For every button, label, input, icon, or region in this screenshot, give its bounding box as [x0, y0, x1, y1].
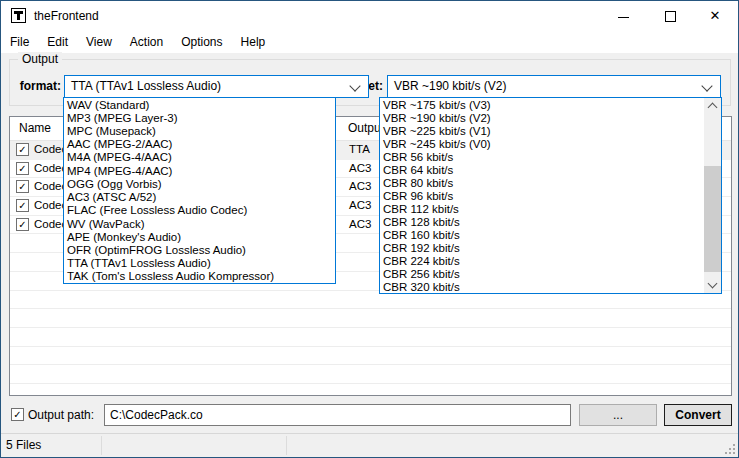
- preset-option[interactable]: CBR 128 kbit/s: [380, 215, 704, 228]
- format-option[interactable]: AAC (MPEG-2/AAC): [64, 138, 335, 151]
- file-output-format: TTA: [349, 143, 370, 155]
- format-option[interactable]: OGG (Ogg Vorbis): [64, 177, 335, 190]
- preset-option[interactable]: VBR ~225 kbit/s (V1): [380, 124, 704, 137]
- format-option[interactable]: APE (Monkey's Audio): [64, 230, 335, 243]
- maximize-icon[interactable]: [646, 1, 692, 31]
- preset-dropdown-list: VBR ~175 kbit/s (V3)VBR ~190 kbit/s (V2)…: [379, 97, 722, 294]
- check-icon: ✓: [18, 144, 26, 155]
- browse-button[interactable]: ...: [579, 404, 657, 426]
- app-icon: [11, 8, 26, 23]
- file-count-status: 5 Files: [6, 434, 41, 456]
- menu-item[interactable]: Action: [121, 31, 172, 53]
- preset-option[interactable]: CBR 224 kbit/s: [380, 254, 704, 267]
- preset-scrollbar[interactable]: [704, 98, 721, 293]
- resize-grip-icon[interactable]: [733, 452, 735, 454]
- minimize-icon[interactable]: [600, 1, 646, 31]
- preset-option[interactable]: VBR ~175 kbit/s (V3): [380, 98, 704, 111]
- chevron-down-icon: [349, 80, 360, 91]
- close-icon[interactable]: ✕: [692, 1, 738, 31]
- file-output-format: AC3: [349, 199, 371, 211]
- window-title: theFrontend: [34, 1, 99, 31]
- column-header-name[interactable]: Name: [19, 117, 51, 140]
- scrollbar-thumb[interactable]: [704, 166, 721, 272]
- preset-option[interactable]: CBR 56 kbit/s: [380, 150, 704, 163]
- format-option[interactable]: AC3 (ATSC A/52): [64, 191, 335, 204]
- preset-option[interactable]: CBR 320 kbit/s: [380, 280, 704, 293]
- file-output-format: AC3: [349, 162, 371, 174]
- format-label: format:: [9, 75, 61, 98]
- format-option[interactable]: OFR (OptimFROG Lossless Audio): [64, 243, 335, 256]
- scroll-down-icon[interactable]: [704, 277, 721, 293]
- check-icon: ✓: [18, 200, 26, 211]
- output-path-label: Output path:: [28, 404, 94, 426]
- preset-option[interactable]: CBR 64 kbit/s: [380, 163, 704, 176]
- file-output-format: AC3: [349, 180, 371, 192]
- preset-combobox[interactable]: VBR ~190 kbit/s (V2): [387, 75, 721, 98]
- format-dropdown-list: WAV (Standard)MP3 (MPEG Layer-3)MPC (Mus…: [63, 97, 336, 284]
- menu-item[interactable]: Help: [232, 31, 275, 53]
- row-checkbox[interactable]: ✓: [16, 199, 29, 212]
- format-option[interactable]: M4A (MPEG-4/AAC): [64, 151, 335, 164]
- format-combobox-value: TTA (TTAv1 Lossless Audio): [71, 76, 221, 97]
- preset-option[interactable]: CBR 192 kbit/s: [380, 241, 704, 254]
- status-bar: 5 Files: [1, 433, 738, 457]
- format-option[interactable]: MPC (Musepack): [64, 124, 335, 137]
- statusbar-divider: [286, 436, 287, 455]
- convert-button[interactable]: Convert: [664, 404, 732, 426]
- check-icon: ✓: [18, 181, 26, 192]
- format-option[interactable]: MP3 (MPEG Layer-3): [64, 111, 335, 124]
- preset-option[interactable]: CBR 96 kbit/s: [380, 189, 704, 202]
- menu-bar: FileEditViewActionOptionsHelp: [1, 31, 738, 53]
- preset-option[interactable]: CBR 160 kbit/s: [380, 228, 704, 241]
- preset-option[interactable]: CBR 256 kbit/s: [380, 267, 704, 280]
- scroll-up-icon[interactable]: [704, 98, 721, 114]
- output-path-checkbox[interactable]: ✓: [11, 408, 24, 421]
- format-option[interactable]: FLAC (Free Lossless Audio Codec): [64, 204, 335, 217]
- chevron-down-icon: [701, 80, 712, 91]
- app-window: theFrontend ✕ FileEditViewActionOptionsH…: [0, 0, 739, 458]
- row-checkbox[interactable]: ✓: [16, 180, 29, 193]
- format-option[interactable]: WAV (Standard): [64, 98, 335, 111]
- row-checkbox[interactable]: ✓: [16, 143, 29, 156]
- preset-option[interactable]: CBR 112 kbit/s: [380, 202, 704, 215]
- preset-option[interactable]: VBR ~190 kbit/s (V2): [380, 111, 704, 124]
- preset-option[interactable]: VBR ~245 kbit/s (V0): [380, 137, 704, 150]
- menu-item[interactable]: Options: [172, 31, 231, 53]
- file-output-format: AC3: [349, 218, 371, 230]
- title-bar[interactable]: theFrontend ✕: [1, 1, 738, 31]
- row-checkbox[interactable]: ✓: [16, 162, 29, 175]
- output-path-input[interactable]: C:\CodecPack.co: [104, 404, 571, 426]
- format-option[interactable]: TTA (TTAv1 Lossless Audio): [64, 257, 335, 270]
- menu-item[interactable]: File: [1, 31, 38, 53]
- format-option[interactable]: WV (WavPack): [64, 217, 335, 230]
- check-icon: ✓: [13, 409, 21, 420]
- menu-item[interactable]: Edit: [38, 31, 77, 53]
- row-checkbox[interactable]: ✓: [16, 218, 29, 231]
- window-controls: ✕: [600, 1, 738, 31]
- menu-item[interactable]: View: [77, 31, 121, 53]
- check-icon: ✓: [18, 219, 26, 230]
- check-icon: ✓: [18, 163, 26, 174]
- output-path-value: C:\CodecPack.co: [110, 408, 203, 422]
- preset-combobox-value: VBR ~190 kbit/s (V2): [394, 76, 506, 97]
- statusbar-divider: [101, 436, 102, 455]
- format-option[interactable]: TAK (Tom's Lossless Audio Kompressor): [64, 270, 335, 283]
- format-combobox[interactable]: TTA (TTAv1 Lossless Audio): [64, 75, 369, 98]
- format-option[interactable]: MP4 (MPEG-4/AAC): [64, 164, 335, 177]
- output-group-label: Output: [18, 52, 62, 66]
- preset-option[interactable]: CBR 80 kbit/s: [380, 176, 704, 189]
